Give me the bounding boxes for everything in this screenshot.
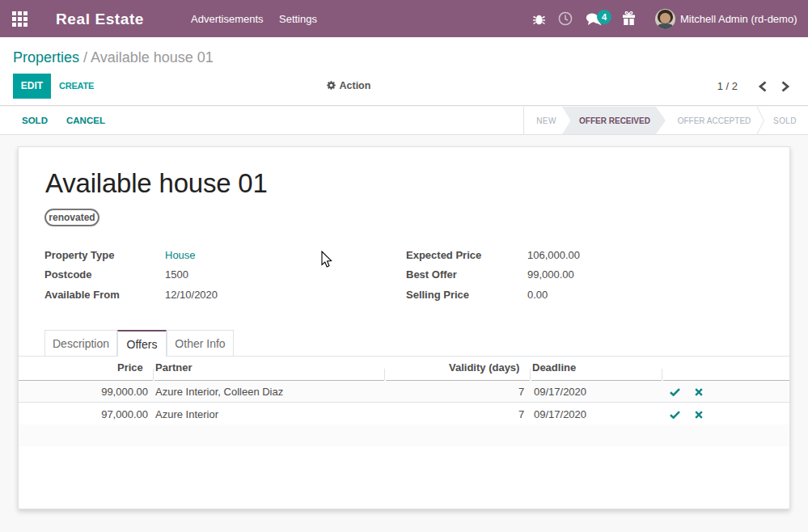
svg-text:OFFER ACCEPTED: OFFER ACCEPTED (678, 116, 751, 125)
svg-text:OFFER RECEIVED: OFFER RECEIVED (579, 116, 650, 125)
svg-text:SOLD: SOLD (773, 116, 797, 125)
svg-text:NEW: NEW (536, 116, 556, 125)
